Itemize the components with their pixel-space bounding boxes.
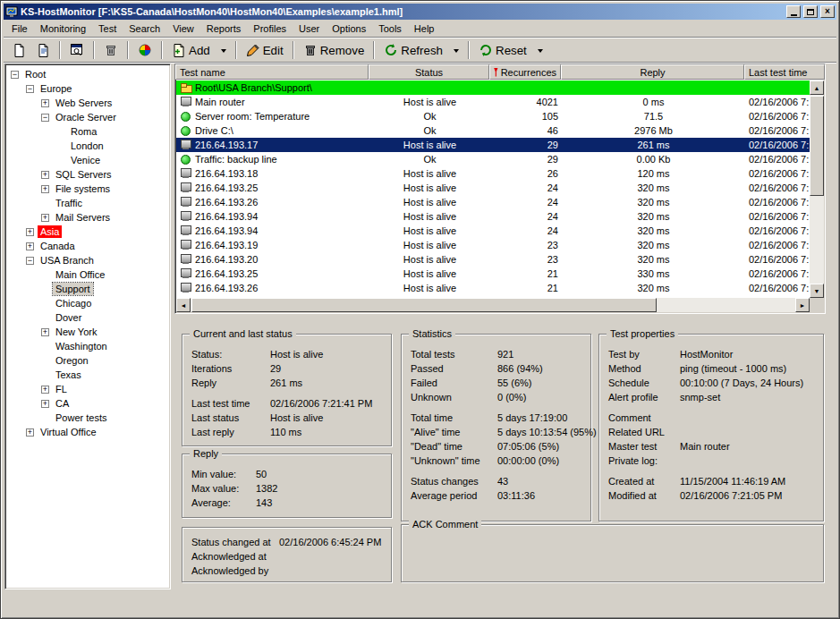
column-header-test-name[interactable]: Test name: [175, 64, 369, 80]
field-label: Min value:: [191, 467, 256, 481]
tree-item-support[interactable]: Support: [5, 282, 170, 296]
menu-item-tools[interactable]: Tools: [372, 21, 408, 37]
refresh-dropdown-button[interactable]: [448, 40, 463, 61]
add-button[interactable]: Add: [167, 40, 215, 61]
column-header-recurrences[interactable]: Recurrences: [489, 64, 561, 80]
expand-icon[interactable]: +: [41, 185, 49, 193]
scroll-down-button[interactable]: ▼: [810, 284, 824, 298]
collapse-icon[interactable]: −: [41, 114, 49, 122]
tree-item-main-office[interactable]: Main Office: [5, 267, 170, 282]
tree-item-fl[interactable]: +FL: [5, 382, 170, 396]
tree-item-dover[interactable]: Dover: [5, 310, 170, 325]
tree-item-power-tests[interactable]: Power tests: [5, 411, 170, 425]
tree-panel[interactable]: −Root−Europe+Web Servers−Oracle ServerRo…: [4, 64, 171, 589]
new-file-button[interactable]: [7, 40, 30, 61]
tree-item-root[interactable]: −Root: [5, 67, 170, 81]
expand-icon[interactable]: +: [41, 99, 49, 107]
reset-button[interactable]: Reset: [474, 40, 531, 61]
vertical-scrollbar[interactable]: ▲ ▼: [810, 81, 824, 298]
refresh-button[interactable]: Refresh: [379, 40, 447, 61]
collapse-icon[interactable]: −: [26, 85, 34, 93]
table-row[interactable]: 216.64.193.20Host is alive23320 ms02/16/…: [176, 252, 810, 267]
tree-item-canada[interactable]: +Canada: [5, 239, 170, 253]
menu-item-user[interactable]: User: [293, 21, 326, 37]
trash-button[interactable]: [99, 40, 123, 61]
table-row[interactable]: Drive C:\Ok462976 Mb02/16/2006 7:: [176, 123, 810, 138]
test-name: 216.64.193.20: [195, 254, 258, 265]
minimize-button[interactable]: [786, 5, 801, 18]
scroll-left-button[interactable]: ◄: [176, 298, 191, 312]
tree-item-ca[interactable]: +CA: [5, 396, 170, 411]
tree-item-oregon[interactable]: Oregon: [5, 353, 170, 368]
menu-item-options[interactable]: Options: [326, 21, 372, 37]
scroll-right-button[interactable]: ►: [795, 298, 810, 312]
reset-dropdown-button[interactable]: [532, 40, 547, 61]
status-cell: Host is alive: [369, 97, 490, 107]
color-palette-button[interactable]: [133, 40, 157, 61]
tree-item-new-york[interactable]: +New York: [5, 325, 170, 339]
tree-item-asia[interactable]: +Asia: [5, 225, 170, 239]
expand-icon[interactable]: +: [41, 328, 49, 336]
tree-item-london[interactable]: London: [5, 139, 170, 153]
menu-item-view[interactable]: View: [166, 21, 200, 37]
menu-item-reports[interactable]: Reports: [200, 21, 248, 37]
tree-item-file-systems[interactable]: +File systems: [5, 182, 170, 196]
close-button[interactable]: ×: [820, 5, 835, 18]
table-row[interactable]: 216.64.193.94Host is alive24320 ms02/16/…: [176, 209, 810, 224]
expand-icon[interactable]: +: [26, 228, 34, 236]
maximize-button[interactable]: [803, 5, 818, 18]
table-row[interactable]: 216.64.193.25Host is alive24320 ms02/16/…: [176, 181, 810, 195]
menu-item-monitoring[interactable]: Monitoring: [34, 21, 92, 37]
tree-item-washington[interactable]: Washington: [5, 339, 170, 353]
column-header-reply[interactable]: Reply: [561, 64, 744, 80]
tree-item-chicago[interactable]: Chicago: [5, 296, 170, 310]
collapse-icon[interactable]: −: [11, 71, 19, 79]
open-file-button[interactable]: [31, 40, 55, 61]
horizontal-scrollbar[interactable]: ◄ ►: [176, 298, 810, 312]
table-row[interactable]: 216.64.193.26Host is alive24320 ms02/16/…: [176, 195, 810, 209]
expand-icon[interactable]: +: [26, 242, 34, 250]
edit-button[interactable]: Edit: [242, 40, 288, 61]
column-header-last-test-time[interactable]: Last test time: [744, 64, 825, 80]
scroll-up-button[interactable]: ▲: [810, 81, 824, 95]
collapse-icon[interactable]: −: [26, 257, 34, 265]
tree-item-oracle-server[interactable]: −Oracle Server: [5, 110, 170, 124]
table-row[interactable]: 216.64.193.17Host is alive29261 ms02/16/…: [176, 138, 810, 152]
column-header-status[interactable]: Status: [369, 64, 489, 80]
menu-item-test[interactable]: Test: [92, 21, 123, 37]
table-row[interactable]: Server room: TemperatureOk10571.502/16/2…: [176, 109, 810, 123]
table-row[interactable]: 216.64.193.26Host is alive21320 ms02/16/…: [176, 281, 810, 295]
report-button[interactable]: [65, 40, 89, 61]
expand-icon[interactable]: +: [41, 171, 49, 179]
expand-icon[interactable]: +: [41, 386, 49, 394]
table-row[interactable]: 216.64.193.25Host is alive21330 ms02/16/…: [176, 267, 810, 281]
expand-icon[interactable]: +: [41, 400, 49, 408]
tree-item-virtual-office[interactable]: +Virtual Office: [5, 425, 170, 439]
tree-item-web-servers[interactable]: +Web Servers: [5, 96, 170, 110]
expand-icon[interactable]: +: [26, 428, 34, 437]
tree-item-roma[interactable]: Roma: [5, 124, 170, 139]
menu-item-file[interactable]: File: [5, 21, 34, 37]
folder-path-row[interactable]: Root\USA Branch\Support\: [176, 81, 810, 95]
table-row[interactable]: Traffic: backup lineOk290.00 Kb02/16/200…: [176, 152, 810, 166]
vertical-scroll-thumb[interactable]: [810, 96, 824, 196]
table-row[interactable]: 216.64.193.18Host is alive26120 ms02/16/…: [176, 166, 810, 181]
menu-item-help[interactable]: Help: [408, 21, 441, 37]
tree-item-texas[interactable]: Texas: [5, 368, 170, 382]
expand-icon[interactable]: +: [41, 214, 49, 222]
add-dropdown-button[interactable]: [216, 40, 231, 61]
tree-item-traffic[interactable]: Traffic: [5, 196, 170, 210]
horizontal-scroll-thumb[interactable]: [191, 298, 657, 312]
menu-item-profiles[interactable]: Profiles: [247, 21, 293, 37]
menu-item-search[interactable]: Search: [123, 21, 166, 37]
tree-item-mail-servers[interactable]: +Mail Servers: [5, 210, 170, 225]
tree-item-usa-branch[interactable]: −USA Branch: [5, 253, 170, 267]
remove-button[interactable]: Remove: [299, 40, 369, 61]
tree-item-sql-servers[interactable]: +SQL Servers: [5, 167, 170, 182]
table-row[interactable]: 216.64.193.94Host is alive24320 ms02/16/…: [176, 224, 810, 238]
table-row[interactable]: Main routerHost is alive40210 ms02/16/20…: [176, 95, 810, 109]
group-title: ACK Comment: [409, 519, 481, 530]
table-row[interactable]: 216.64.193.19Host is alive23320 ms02/16/…: [176, 238, 810, 252]
tree-item-europe[interactable]: −Europe: [5, 81, 170, 96]
tree-item-venice[interactable]: Venice: [5, 153, 170, 167]
